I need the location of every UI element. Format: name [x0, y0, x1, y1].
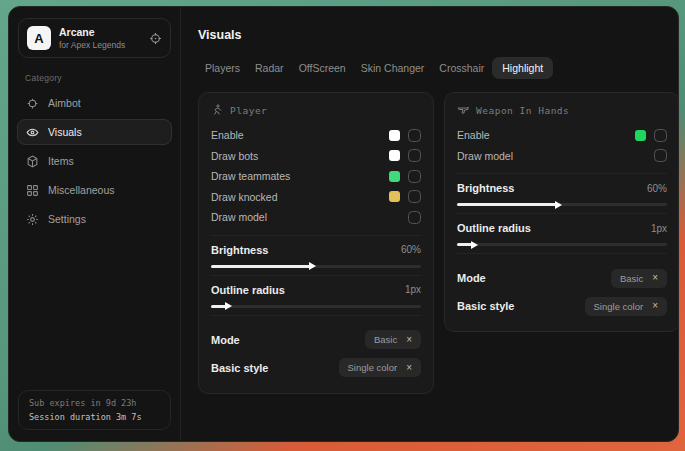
- tab-highlight[interactable]: Highlight: [492, 57, 553, 79]
- remove-icon[interactable]: ×: [406, 363, 412, 373]
- panel-player-header: Player: [211, 104, 421, 116]
- toggle-row-enable: Enable: [457, 125, 667, 146]
- app-window: A Arcane for Apex Legends Category: [8, 6, 679, 442]
- sidebar-item-miscellaneous[interactable]: Miscellaneous: [17, 177, 172, 203]
- slider-value: 60%: [401, 244, 421, 255]
- crosshair-icon: [26, 97, 39, 110]
- toggle-row-draw-knocked: Draw knocked: [211, 187, 421, 208]
- panel-title: Weapon In Hands: [476, 105, 569, 116]
- brand-card: A Arcane for Apex Legends: [18, 18, 171, 58]
- basic-style-tag[interactable]: Single color ×: [339, 358, 421, 377]
- player-icon: [211, 104, 223, 116]
- main-content: Visuals Players Radar OffScreen Skin Cha…: [181, 7, 678, 441]
- select-mode: Mode Basic × Basic style Single color ×: [457, 253, 667, 318]
- app-name: Arcane: [59, 26, 141, 38]
- slider-value: 1px: [405, 284, 421, 295]
- sidebar: A Arcane for Apex Legends Category: [9, 7, 181, 441]
- page-title: Visuals: [198, 28, 667, 42]
- mode-tag[interactable]: Basic ×: [365, 330, 421, 349]
- eye-icon: [26, 126, 39, 139]
- tab-players[interactable]: Players: [198, 57, 247, 79]
- tab-offscreen[interactable]: OffScreen: [292, 57, 353, 79]
- slider-outline-radius: Outline radius 1px: [457, 213, 667, 246]
- color-swatch[interactable]: [389, 130, 400, 141]
- panel-player: Player Enable Draw bots Draw teammates: [198, 92, 434, 394]
- app-subtitle: for Apex Legends: [59, 40, 141, 50]
- gear-icon: [26, 213, 39, 226]
- checkbox-draw-teammates[interactable]: [408, 170, 421, 183]
- toggle-row-draw-teammates: Draw teammates: [211, 166, 421, 187]
- toggle-row-draw-bots: Draw bots: [211, 146, 421, 167]
- slider-thumb[interactable]: [555, 201, 562, 209]
- slider-thumb[interactable]: [471, 241, 478, 249]
- subscription-info: Sub expires in 9d 23h Session duration 3…: [18, 390, 171, 430]
- sidebar-item-settings[interactable]: Settings: [17, 206, 172, 232]
- brand-text: Arcane for Apex Legends: [59, 26, 141, 50]
- sidebar-item-label: Visuals: [48, 126, 82, 138]
- remove-icon[interactable]: ×: [652, 273, 658, 283]
- sidebar-item-label: Settings: [48, 213, 86, 225]
- slider-track[interactable]: [457, 203, 667, 206]
- sidebar-item-visuals[interactable]: Visuals: [17, 119, 172, 145]
- panel-title: Player: [230, 105, 267, 116]
- sidebar-item-label: Miscellaneous: [48, 184, 115, 196]
- remove-icon[interactable]: ×: [652, 301, 658, 311]
- session-duration-text: Session duration 3m 7s: [29, 412, 160, 422]
- slider-track[interactable]: [211, 305, 421, 308]
- checkbox-draw-model[interactable]: [654, 149, 667, 162]
- sidebar-item-label: Items: [48, 155, 74, 167]
- panels: Player Enable Draw bots Draw teammates: [198, 92, 667, 394]
- app-logo: A: [27, 26, 51, 50]
- tab-crosshair[interactable]: Crosshair: [432, 57, 491, 79]
- color-swatch[interactable]: [635, 130, 646, 141]
- slider-value: 60%: [647, 183, 667, 194]
- slider-track[interactable]: [457, 243, 667, 246]
- sub-expires-text: Sub expires in 9d 23h: [29, 398, 160, 408]
- box-icon: [26, 155, 39, 168]
- panel-weapon-in-hands: Weapon In Hands Enable Draw model Bright…: [444, 92, 679, 332]
- slider-thumb[interactable]: [309, 262, 316, 270]
- remove-icon[interactable]: ×: [406, 335, 412, 345]
- color-swatch[interactable]: [389, 171, 400, 182]
- toggle-row-draw-model: Draw model: [211, 207, 421, 228]
- target-icon[interactable]: [149, 32, 162, 45]
- slider-brightness: Brightness 60%: [211, 235, 421, 268]
- select-mode: Mode Basic × Basic style Single color ×: [211, 315, 421, 380]
- color-swatch[interactable]: [389, 150, 400, 161]
- slider-track[interactable]: [211, 265, 421, 268]
- sidebar-item-aimbot[interactable]: Aimbot: [17, 90, 172, 116]
- checkbox-enable[interactable]: [408, 129, 421, 142]
- mode-tag[interactable]: Basic ×: [611, 269, 667, 288]
- checkbox-draw-bots[interactable]: [408, 149, 421, 162]
- slider-outline-radius: Outline radius 1px: [211, 275, 421, 308]
- grid-icon: [26, 184, 39, 197]
- basic-style-tag[interactable]: Single color ×: [585, 297, 667, 316]
- weapon-icon: [457, 104, 469, 116]
- category-label: Category: [25, 73, 164, 83]
- checkbox-draw-knocked[interactable]: [408, 190, 421, 203]
- checkbox-enable[interactable]: [654, 129, 667, 142]
- tab-bar: Players Radar OffScreen Skin Changer Cro…: [198, 57, 667, 79]
- toggle-row-draw-model: Draw model: [457, 146, 667, 167]
- sidebar-item-label: Aimbot: [48, 97, 81, 109]
- slider-value: 1px: [651, 223, 667, 234]
- tab-radar[interactable]: Radar: [248, 57, 291, 79]
- sidebar-item-items[interactable]: Items: [17, 148, 172, 174]
- tab-skin-changer[interactable]: Skin Changer: [354, 57, 432, 79]
- color-swatch[interactable]: [389, 191, 400, 202]
- panel-weapon-header: Weapon In Hands: [457, 104, 667, 116]
- slider-thumb[interactable]: [225, 302, 232, 310]
- slider-brightness: Brightness 60%: [457, 173, 667, 206]
- sidebar-nav: Aimbot Visuals Items: [9, 90, 180, 232]
- checkbox-draw-model[interactable]: [408, 211, 421, 224]
- toggle-row-enable: Enable: [211, 125, 421, 146]
